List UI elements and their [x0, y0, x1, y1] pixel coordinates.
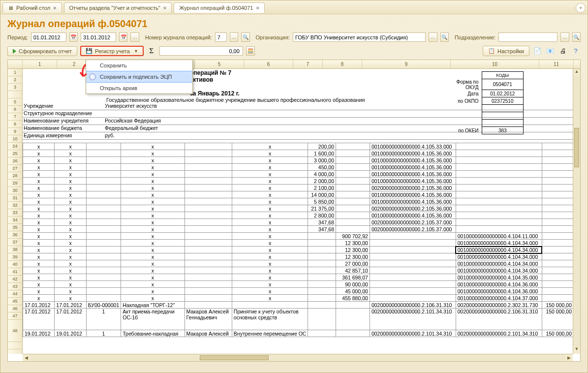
data-table[interactable]: xxxx200,0000100000000000000.4.105.33.000… [23, 143, 573, 337]
scroll-down-icon[interactable]: ▼ [573, 346, 580, 354]
tab-label: Журнал операций ф.0504071 [179, 5, 253, 11]
date-to-input[interactable] [81, 32, 116, 42]
scroll-thumb[interactable] [574, 128, 579, 167]
dropdown-round-button[interactable]: ▾ [576, 3, 586, 13]
button-label: Сформировать отчет [19, 48, 72, 54]
tab-desktop[interactable]: 🖥 Рабочий стол × [2, 2, 62, 13]
tab-journal[interactable]: Журнал операций ф.0504071 × [174, 2, 265, 13]
button-label: Регистр учета [95, 48, 130, 54]
desktop-icon: 🖥 [8, 5, 13, 11]
params-row: Период: 📅 📅 … Номер журнала операций: … … [0, 31, 588, 45]
calendar-icon[interactable]: 📅 [119, 32, 127, 42]
tab-bar: 🖥 Рабочий стол × Отчеты раздела "Учет и … [0, 0, 588, 14]
tab-reports[interactable]: Отчеты раздела "Учет и отчетность" × [64, 2, 172, 13]
sum-icon[interactable]: Σ [147, 47, 156, 55]
journal-number-input[interactable] [215, 32, 227, 42]
scroll-right-icon[interactable]: ▶ [565, 354, 573, 361]
search-icon[interactable]: 🔍 [241, 32, 249, 42]
period-picker-button[interactable]: … [130, 32, 139, 42]
menu-open-archive[interactable]: Открыть архив [86, 83, 192, 93]
search-icon[interactable]: 🔍 [440, 32, 449, 42]
sum-field[interactable] [159, 46, 243, 56]
close-icon[interactable]: × [53, 5, 56, 11]
vertical-scrollbar[interactable]: ▲ ▼ [573, 69, 580, 354]
export-icon[interactable]: 📄 [532, 46, 542, 56]
sheet-content[interactable]: операций № 7 щению нефинансовых активов … [23, 69, 573, 354]
close-icon[interactable]: × [163, 5, 166, 11]
close-icon[interactable]: × [256, 5, 259, 11]
scroll-thumb[interactable] [200, 355, 269, 360]
spreadsheet: 1234567891011 12356789102425262728293031… [7, 60, 581, 362]
journal-label: Номер журнала операций: [145, 34, 212, 40]
mail-icon[interactable]: 📧 [545, 46, 555, 56]
scroll-left-icon[interactable]: ◀ [23, 354, 30, 361]
calendar-icon[interactable]: 📅 [69, 32, 78, 42]
page-title: Журнал операций ф.0504071 [0, 14, 588, 31]
settings-button[interactable]: 📋 Настройки [483, 46, 529, 56]
form-report-button[interactable]: Сформировать отчет [7, 46, 77, 56]
dept-label: Подразделение: [455, 34, 495, 40]
button-label: Настройки [497, 48, 524, 54]
sign-icon [89, 73, 96, 80]
tab-label: Отчеты раздела "Учет и отчетность" [69, 5, 160, 11]
horizontal-scrollbar[interactable]: ◀ ▶ [23, 354, 573, 361]
tab-label: Рабочий стол [16, 5, 50, 11]
print-icon[interactable]: 🖨 [558, 46, 568, 56]
registr-menu: Сохранить Сохранить и подписать ЭЦП Откр… [86, 60, 193, 94]
menu-save[interactable]: Сохранить [86, 60, 192, 71]
help-icon[interactable]: ? [571, 46, 581, 56]
org-input[interactable] [293, 32, 426, 42]
lookup-button[interactable]: … [560, 32, 569, 42]
save-icon: 💾 [86, 48, 93, 54]
menu-save-sign[interactable]: Сохранить и подписать ЭЦП [86, 71, 192, 83]
date-from-input[interactable] [31, 32, 66, 42]
row-numbers: 1235678910242526272829303132333435363738… [8, 69, 23, 354]
kody-box: КОДЫ Форма по ОКУД0504071 Дата01.02.2012… [445, 71, 524, 134]
search-icon[interactable]: 🔍 [572, 32, 581, 42]
registr-button[interactable]: 💾 Регистр учета ▼ [80, 46, 144, 56]
scroll-up-icon[interactable]: ▲ [573, 69, 580, 76]
toolbar: Сформировать отчет 💾 Регистр учета ▼ Σ 🧮… [0, 45, 588, 59]
dept-input[interactable] [498, 32, 557, 42]
lookup-button[interactable]: … [429, 32, 437, 42]
lookup-button[interactable]: … [230, 32, 238, 42]
period-label: Период: [7, 34, 28, 40]
settings-icon: 📋 [488, 48, 495, 54]
calc-icon[interactable]: 🧮 [246, 46, 255, 56]
org-label: Организация: [256, 34, 290, 40]
chevron-down-icon: ▼ [134, 49, 138, 54]
